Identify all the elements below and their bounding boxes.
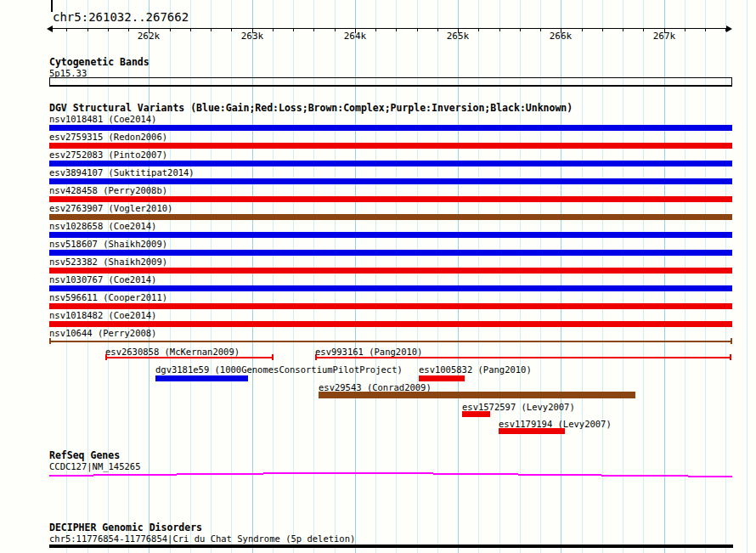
- dgv-track-bar[interactable]: [49, 232, 732, 238]
- dgv-feature-label[interactable]: esv1005832 (Pang2010): [419, 364, 532, 375]
- dgv-track-label[interactable]: esv2752083 (Pinto2007): [49, 150, 167, 161]
- region-label: chr5:261032..267662: [53, 11, 189, 23]
- refseq-gene-line[interactable]: [688, 476, 732, 477]
- section-title-refseq: RefSeq Genes: [49, 450, 120, 461]
- refseq-gene-label[interactable]: CCDC127|NM_145265: [49, 461, 140, 472]
- section-title-decipher: DECIPHER Genomic Disorders: [49, 522, 202, 533]
- dgv-feature-label[interactable]: dgv3181e59 (1000GenomesConsortiumPilotPr…: [155, 364, 403, 375]
- dgv-track-label[interactable]: nsv518607 (Shaikh2009): [49, 239, 167, 250]
- dgv-track-bar[interactable]: [49, 196, 732, 202]
- dgv-track-label[interactable]: nsv10644 (Perry2008): [49, 328, 156, 339]
- ruler-tick-label: 262k: [130, 31, 167, 42]
- dgv-track-label[interactable]: nsv1018481 (Coe2014): [49, 114, 156, 125]
- dgv-feature-line[interactable]: [315, 357, 731, 358]
- dgv-track-bar[interactable]: [49, 321, 732, 327]
- ruler-tick-minor: [335, 28, 336, 31]
- dgv-track-bar[interactable]: [49, 143, 732, 149]
- ruler-right-arrow-icon: [726, 25, 732, 32]
- dgv-track-label[interactable]: nsv596611 (Cooper2011): [49, 292, 167, 303]
- dgv-track-bar[interactable]: [49, 303, 732, 309]
- refseq-gene-line[interactable]: [601, 475, 688, 477]
- dgv-track-label[interactable]: esv2759315 (Redon2006): [49, 132, 167, 143]
- ruler-tick-minor: [231, 28, 232, 31]
- dgv-feature-line[interactable]: [105, 357, 274, 358]
- dgv-track-label[interactable]: nsv523382 (Shaikh2009): [49, 257, 167, 268]
- dgv-feature-bar[interactable]: [319, 392, 635, 398]
- dgv-feature-line-cap: [730, 354, 731, 360]
- ruler-tick-minor: [211, 28, 212, 31]
- decipher-feature-bar[interactable]: [49, 545, 733, 548]
- dgv-track-bar[interactable]: [49, 268, 732, 274]
- ruler-tick-minor: [582, 28, 583, 31]
- ruler-tick-minor: [417, 28, 418, 31]
- ruler-tick-minor: [108, 28, 109, 31]
- dgv-track-label[interactable]: esv2763907 (Vogler2010): [49, 203, 172, 214]
- decipher-region-label[interactable]: chr5:11776854-11776854|Cri du Chat Syndr…: [49, 533, 355, 545]
- ruler-tick-minor: [273, 28, 274, 31]
- ruler-tick-minor: [478, 28, 479, 31]
- refseq-gene-line[interactable]: [177, 473, 263, 475]
- section-title-dgv: DGV Structural Variants (Blue:Gain;Red:L…: [49, 103, 573, 114]
- ruler-tick-minor: [375, 28, 376, 31]
- dgv-track-bar[interactable]: [49, 285, 732, 291]
- ruler-tick-minor: [602, 28, 603, 31]
- dgv-track-label[interactable]: nsv1018482 (Coe2014): [49, 310, 156, 321]
- dgv-feature-bar[interactable]: [499, 428, 565, 434]
- ruler-tick-minor: [313, 28, 314, 31]
- ruler-tick-minor: [293, 28, 294, 31]
- dgv-feature-bar[interactable]: [462, 411, 490, 417]
- ruler-tick-label: 266k: [542, 31, 579, 42]
- ruler-tick-minor: [725, 28, 726, 31]
- dgv-track-label[interactable]: nsv1028658 (Coe2014): [49, 221, 156, 232]
- ruler-tick-minor: [499, 28, 500, 31]
- ruler-tick-minor: [66, 28, 67, 31]
- ruler-tick-minor: [190, 28, 191, 31]
- ruler-tick-minor: [540, 28, 541, 31]
- dgv-feature-line-cap: [105, 354, 107, 360]
- ruler-tick-minor: [520, 28, 521, 31]
- dgv-track-bar[interactable]: [49, 125, 732, 131]
- dgv-track-label[interactable]: nsv1030767 (Coe2014): [49, 274, 156, 285]
- dgv-track-line-cap: [731, 338, 732, 344]
- ruler-tick-minor: [87, 28, 88, 31]
- ruler-tick-minor: [643, 28, 644, 31]
- refseq-gene-line[interactable]: [49, 475, 93, 477]
- dgv-feature-bar[interactable]: [155, 375, 248, 381]
- ruler-axis-line: [52, 28, 726, 29]
- ruler-tick-label: 267k: [646, 31, 683, 42]
- ruler-tick-minor: [170, 28, 171, 31]
- dgv-feature-line-cap: [315, 354, 317, 360]
- refseq-gene-line[interactable]: [518, 474, 601, 476]
- dgv-track-label[interactable]: nsv428458 (Perry2008b): [49, 185, 167, 196]
- dgv-feature-bar[interactable]: [419, 375, 465, 381]
- dgv-track-bar[interactable]: [49, 250, 732, 256]
- dgv-track-bar[interactable]: [49, 214, 732, 220]
- ruler-tick-minor: [685, 28, 685, 31]
- refseq-gene-line[interactable]: [93, 474, 177, 476]
- section-title-cytobands: Cytogenetic Bands: [49, 57, 150, 68]
- ruler-tick-minor: [623, 28, 623, 31]
- ruler-tick-minor: [705, 28, 706, 31]
- ruler-tick-minor: [396, 28, 397, 31]
- dgv-track-line[interactable]: [49, 341, 732, 342]
- dgv-track-line-cap: [49, 338, 51, 344]
- dgv-track-bar[interactable]: [49, 178, 732, 184]
- ruler-left-arrow-icon: [47, 25, 53, 32]
- dgv-track-bar[interactable]: [49, 161, 732, 166]
- gridline-minor: [747, 0, 748, 553]
- ruler-tick-label: 265k: [439, 31, 477, 42]
- ruler-tick-label: 264k: [336, 31, 374, 42]
- ruler-tick-label: 263k: [234, 31, 271, 42]
- cytoband-glyph[interactable]: [49, 77, 732, 87]
- refseq-gene-line[interactable]: [433, 473, 518, 475]
- refseq-gene-line[interactable]: [263, 472, 433, 474]
- genome-browser-panel: 262k263k264k265k266k267k chr5:261032..26…: [0, 0, 756, 553]
- ruler-tick-minor: [128, 28, 129, 31]
- ruler-tick-minor: [437, 28, 438, 31]
- dgv-track-label[interactable]: esv3894107 (Suktitipat2014): [49, 167, 195, 178]
- dgv-feature-line-cap: [272, 354, 274, 360]
